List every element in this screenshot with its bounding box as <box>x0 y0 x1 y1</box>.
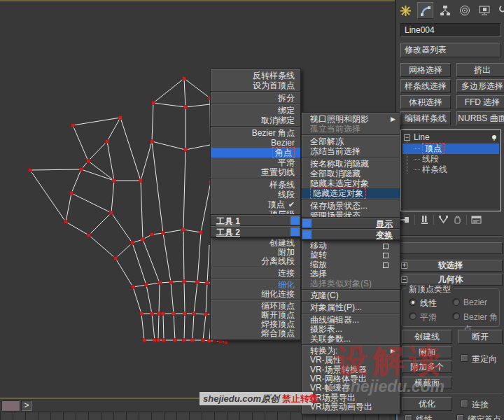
spline-vertex[interactable] <box>88 234 91 237</box>
linear-checkbox[interactable] <box>405 414 412 420</box>
spline-vertex[interactable] <box>184 148 188 152</box>
spline-vertex[interactable] <box>183 77 186 80</box>
menu-item[interactable]: 反转样条线 <box>211 71 300 80</box>
menu-item[interactable]: 样条线 <box>211 180 300 190</box>
spline-vertex[interactable] <box>172 312 176 316</box>
spline-vertex[interactable] <box>192 312 196 316</box>
quad-header[interactable]: 工具 2 <box>211 226 300 237</box>
attach-multiple-button[interactable]: 附加多个 <box>402 360 452 373</box>
remove-modifier-icon[interactable] <box>453 215 462 225</box>
spline-vertex[interactable] <box>145 284 148 287</box>
modifier-list-dropdown[interactable]: 修改器列表 <box>400 43 501 57</box>
menu-item[interactable]: 分离线段 <box>211 257 300 266</box>
spline-vertex[interactable] <box>182 228 186 232</box>
tab-motion[interactable] <box>456 2 472 19</box>
tab-create[interactable] <box>398 2 414 19</box>
menu-item[interactable]: 线段 <box>211 190 300 200</box>
modifier-button[interactable]: 编辑样条线 <box>400 111 451 125</box>
quad-header[interactable]: 工具 1 <box>211 215 300 226</box>
spline-vertex[interactable] <box>150 140 154 144</box>
configure-modifier-sets-icon[interactable] <box>471 215 482 225</box>
spline-vertex[interactable] <box>141 238 145 241</box>
modifier-button[interactable]: 网格选择 <box>400 63 451 77</box>
spline-vertex[interactable] <box>80 168 83 172</box>
spline-vertex[interactable] <box>113 179 116 183</box>
spline-vertex[interactable] <box>114 257 118 260</box>
spline-vertex[interactable] <box>106 140 109 144</box>
bind-first-checkbox[interactable] <box>456 414 464 420</box>
modifier-button[interactable]: 挤出 <box>456 63 504 77</box>
menu-item[interactable]: 连接 <box>211 269 300 278</box>
modifier-stack[interactable]: −Line 顶点 线段 样条线 <box>400 130 501 211</box>
menu-item[interactable]: 克隆(C) <box>302 291 400 300</box>
menu-item[interactable]: 全部解冻 <box>302 136 400 146</box>
tab-modify[interactable] <box>417 2 433 19</box>
spline-vertex[interactable] <box>140 312 144 316</box>
connect-checkbox[interactable] <box>461 400 468 407</box>
settings-box-icon[interactable] <box>383 253 388 258</box>
rollout-soft-selection[interactable]: + 软选择 <box>398 260 503 272</box>
spline-vertex[interactable] <box>184 106 188 109</box>
spline-vertex[interactable] <box>162 312 165 316</box>
spline-vertex[interactable] <box>87 160 90 163</box>
modifier-button[interactable]: 样条线选择 <box>400 79 451 93</box>
menu-item[interactable]: 隐藏未选定对象 <box>302 178 400 188</box>
menu-item[interactable]: 冻结当前选择 <box>302 146 400 156</box>
stack-item-spline[interactable]: 样条线 <box>402 164 499 175</box>
menu-item[interactable]: 摄影表... <box>302 325 400 334</box>
menu-item[interactable]: 保存场景状态... <box>302 201 400 211</box>
settings-box-icon[interactable] <box>383 244 388 249</box>
spline-vertex[interactable] <box>204 313 208 316</box>
reorient-checkbox[interactable] <box>461 354 468 362</box>
spline-vertex[interactable] <box>153 339 157 342</box>
attach-button[interactable]: 附加 <box>402 346 452 358</box>
break-button[interactable]: 断开 <box>458 330 503 344</box>
menu-item[interactable]: 角点 <box>211 148 300 158</box>
stack-root-item[interactable]: −Line <box>402 132 499 144</box>
spline-vertex[interactable] <box>219 340 223 344</box>
modifier-button[interactable]: FFD 选择 <box>456 95 504 109</box>
spline-vertex[interactable] <box>183 312 187 316</box>
menu-item[interactable]: 平滑 <box>211 158 300 167</box>
spline-vertex[interactable] <box>131 241 134 245</box>
spline-vertex[interactable] <box>174 339 177 342</box>
spline-vertex[interactable] <box>157 339 160 342</box>
refine-button[interactable]: 优化 <box>402 397 452 411</box>
pin-stack-icon[interactable] <box>399 215 410 225</box>
menu-item[interactable]: 设为首顶点 <box>211 80 300 90</box>
spline-vertex[interactable] <box>152 102 155 105</box>
radio-label[interactable]: Bezier <box>463 298 487 307</box>
spline-vertex[interactable] <box>150 312 154 316</box>
spline-vertex[interactable] <box>158 281 162 285</box>
modifier-button[interactable]: NURBS 曲面 <box>456 111 504 125</box>
spline-vertex[interactable] <box>200 231 203 234</box>
spline-vertex[interactable] <box>206 281 209 285</box>
spline-vertex[interactable] <box>143 339 146 342</box>
menu-item[interactable]: 选择 <box>302 270 400 279</box>
spline-vertex[interactable] <box>191 339 195 342</box>
stack-item-segment[interactable]: 线段 <box>402 154 499 164</box>
maxscript-prompt[interactable]: > <box>21 400 32 411</box>
spline-vertex[interactable] <box>183 280 186 284</box>
spline-vertex[interactable] <box>132 286 135 289</box>
menu-item[interactable]: 旋转 <box>302 251 400 260</box>
menu-item[interactable]: 关联参数... <box>302 335 400 344</box>
menu-item[interactable]: 重置切线 <box>211 167 300 177</box>
create-line-button[interactable]: 创建线 <box>402 330 452 344</box>
collapse-icon[interactable]: − <box>401 276 407 283</box>
menu-item[interactable]: 全部取消隐藏 <box>302 169 400 178</box>
menu-item[interactable]: VR-网格体导出 <box>302 374 400 384</box>
menu-item[interactable]: 拆分 <box>211 93 300 103</box>
settings-box-icon[interactable] <box>383 262 388 268</box>
show-end-result-icon[interactable] <box>419 215 429 225</box>
spline-vertex[interactable] <box>119 116 122 120</box>
spline-vertex[interactable] <box>71 124 75 127</box>
menu-item[interactable]: 取消绑定 <box>211 115 300 125</box>
menu-item[interactable]: 转换为:▶ <box>302 346 400 356</box>
spline-vertex[interactable] <box>110 211 113 215</box>
menu-item[interactable]: 细化连接 <box>211 290 300 299</box>
quad-header[interactable]: 显示 <box>302 218 400 229</box>
spline-vertex[interactable] <box>169 281 173 284</box>
spline-vertex[interactable] <box>162 232 165 235</box>
radio-linear[interactable] <box>409 298 416 306</box>
